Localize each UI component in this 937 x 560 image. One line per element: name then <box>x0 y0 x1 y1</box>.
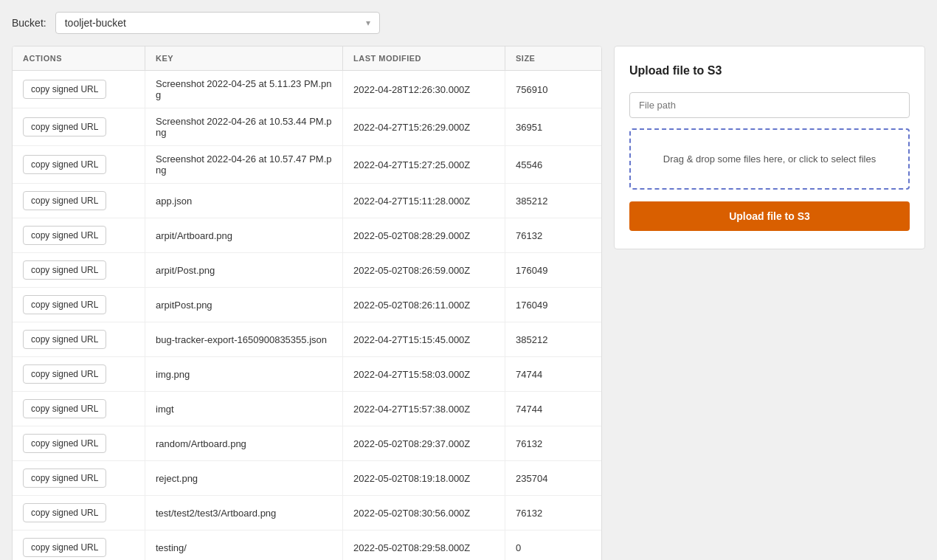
upload-title: Upload file to S3 <box>629 64 910 77</box>
copy-signed-url-button[interactable]: copy signed URL <box>23 364 106 384</box>
copy-signed-url-button[interactable]: copy signed URL <box>23 538 106 557</box>
td-key: reject.png <box>145 461 343 495</box>
table-row: copy signed URLtesting/2022-05-02T08:29:… <box>13 530 601 560</box>
table-row: copy signed URLbug-tracker-export-165090… <box>13 322 601 357</box>
table-row: copy signed URLimg.png2022-04-27T15:58:0… <box>13 357 601 392</box>
td-size: 45546 <box>505 146 601 183</box>
bucket-label: Bucket: <box>12 17 46 29</box>
copy-signed-url-button[interactable]: copy signed URL <box>23 434 106 453</box>
td-last-modified: 2022-05-02T08:26:59.000Z <box>343 253 505 287</box>
td-last-modified: 2022-04-27T15:11:28.000Z <box>343 184 505 218</box>
upload-panel: Upload file to S3 Drag & drop some files… <box>614 46 925 249</box>
td-actions: copy signed URL <box>13 253 145 287</box>
td-actions: copy signed URL <box>13 426 145 460</box>
col-key: KEY <box>145 46 343 70</box>
td-last-modified: 2022-04-27T15:57:38.000Z <box>343 392 505 426</box>
td-last-modified: 2022-05-02T08:19:18.000Z <box>343 461 505 495</box>
td-size: 76132 <box>505 426 601 460</box>
td-actions: copy signed URL <box>13 184 145 218</box>
copy-signed-url-button[interactable]: copy signed URL <box>23 469 106 488</box>
td-key: imgt <box>145 392 343 426</box>
td-size: 76132 <box>505 496 601 530</box>
td-key: app.json <box>145 184 343 218</box>
td-last-modified: 2022-05-02T08:29:37.000Z <box>343 426 505 460</box>
td-size: 74744 <box>505 392 601 426</box>
copy-signed-url-button[interactable]: copy signed URL <box>23 226 106 245</box>
col-actions: ACTIONS <box>13 46 145 70</box>
td-actions: copy signed URL <box>13 146 145 183</box>
td-key: random/Artboard.png <box>145 426 343 460</box>
td-key: arpitPost.png <box>145 288 343 322</box>
td-size: 385212 <box>505 322 601 356</box>
td-size: 385212 <box>505 184 601 218</box>
bucket-select[interactable]: tooljet-bucket ▾ <box>55 12 380 34</box>
td-last-modified: 2022-04-27T15:15:45.000Z <box>343 322 505 356</box>
td-last-modified: 2022-04-27T15:27:25.000Z <box>343 146 505 183</box>
td-actions: copy signed URL <box>13 461 145 495</box>
table-row: copy signed URLrandom/Artboard.png2022-0… <box>13 426 601 461</box>
td-key: arpit/Artboard.png <box>145 218 343 252</box>
td-actions: copy signed URL <box>13 218 145 252</box>
table-row: copy signed URLapp.json2022-04-27T15:11:… <box>13 184 601 218</box>
td-key: arpit/Post.png <box>145 253 343 287</box>
td-key: Screenshot 2022-04-26 at 10.57.47 PM.png <box>145 146 343 183</box>
td-last-modified: 2022-04-27T15:26:29.000Z <box>343 108 505 145</box>
td-key: img.png <box>145 357 343 391</box>
td-actions: copy signed URL <box>13 357 145 391</box>
copy-signed-url-button[interactable]: copy signed URL <box>23 330 106 349</box>
chevron-down-icon: ▾ <box>366 18 370 28</box>
td-size: 176049 <box>505 253 601 287</box>
td-key: testing/ <box>145 530 343 560</box>
td-key: bug-tracker-export-1650900835355.json <box>145 322 343 356</box>
td-last-modified: 2022-05-02T08:29:58.000Z <box>343 530 505 560</box>
table-row: copy signed URLScreenshot 2022-04-25 at … <box>13 71 601 108</box>
table-header: ACTIONS KEY LAST MODIFIED SIZE <box>13 46 601 71</box>
td-actions: copy signed URL <box>13 108 145 145</box>
copy-signed-url-button[interactable]: copy signed URL <box>23 260 106 280</box>
td-size: 756910 <box>505 71 601 108</box>
td-size: 0 <box>505 530 601 560</box>
copy-signed-url-button[interactable]: copy signed URL <box>23 155 106 174</box>
copy-signed-url-button[interactable]: copy signed URL <box>23 191 106 210</box>
td-size: 74744 <box>505 357 601 391</box>
drop-zone[interactable]: Drag & drop some files here, or click to… <box>629 128 910 190</box>
upload-button[interactable]: Upload file to S3 <box>629 201 910 231</box>
copy-signed-url-button[interactable]: copy signed URL <box>23 399 106 418</box>
td-actions: copy signed URL <box>13 71 145 108</box>
table-row: copy signed URLtest/test2/test3/Artboard… <box>13 496 601 530</box>
td-last-modified: 2022-04-27T15:58:03.000Z <box>343 357 505 391</box>
table-row: copy signed URLarpitPost.png2022-05-02T0… <box>13 288 601 322</box>
table-row: copy signed URLimgt2022-04-27T15:57:38.0… <box>13 392 601 426</box>
td-actions: copy signed URL <box>13 496 145 530</box>
table-row: copy signed URLScreenshot 2022-04-26 at … <box>13 108 601 146</box>
td-size: 36951 <box>505 108 601 145</box>
table-body: copy signed URLScreenshot 2022-04-25 at … <box>13 71 601 560</box>
td-size: 76132 <box>505 218 601 252</box>
bucket-selected-value: tooljet-bucket <box>65 17 126 29</box>
td-last-modified: 2022-05-02T08:26:11.000Z <box>343 288 505 322</box>
td-key: Screenshot 2022-04-26 at 10.53.44 PM.png <box>145 108 343 145</box>
td-actions: copy signed URL <box>13 392 145 426</box>
copy-signed-url-button[interactable]: copy signed URL <box>23 503 106 522</box>
td-actions: copy signed URL <box>13 530 145 560</box>
td-last-modified: 2022-05-02T08:28:29.000Z <box>343 218 505 252</box>
table-row: copy signed URLarpit/Post.png2022-05-02T… <box>13 253 601 288</box>
td-key: Screenshot 2022-04-25 at 5.11.23 PM.png <box>145 71 343 108</box>
td-size: 176049 <box>505 288 601 322</box>
td-size: 235704 <box>505 461 601 495</box>
td-key: test/test2/test3/Artboard.png <box>145 496 343 530</box>
copy-signed-url-button[interactable]: copy signed URL <box>23 117 106 136</box>
table-row: copy signed URLScreenshot 2022-04-26 at … <box>13 146 601 184</box>
td-actions: copy signed URL <box>13 322 145 356</box>
table-row: copy signed URLreject.png2022-05-02T08:1… <box>13 461 601 496</box>
files-table: ACTIONS KEY LAST MODIFIED SIZE copy sign… <box>12 46 602 560</box>
copy-signed-url-button[interactable]: copy signed URL <box>23 295 106 314</box>
col-last-modified: LAST MODIFIED <box>343 46 505 70</box>
table-row: copy signed URLarpit/Artboard.png2022-05… <box>13 218 601 253</box>
td-actions: copy signed URL <box>13 288 145 322</box>
col-size: SIZE <box>505 46 601 70</box>
td-last-modified: 2022-04-28T12:26:30.000Z <box>343 71 505 108</box>
td-last-modified: 2022-05-02T08:30:56.000Z <box>343 496 505 530</box>
copy-signed-url-button[interactable]: copy signed URL <box>23 80 106 99</box>
file-path-input[interactable] <box>629 92 910 118</box>
